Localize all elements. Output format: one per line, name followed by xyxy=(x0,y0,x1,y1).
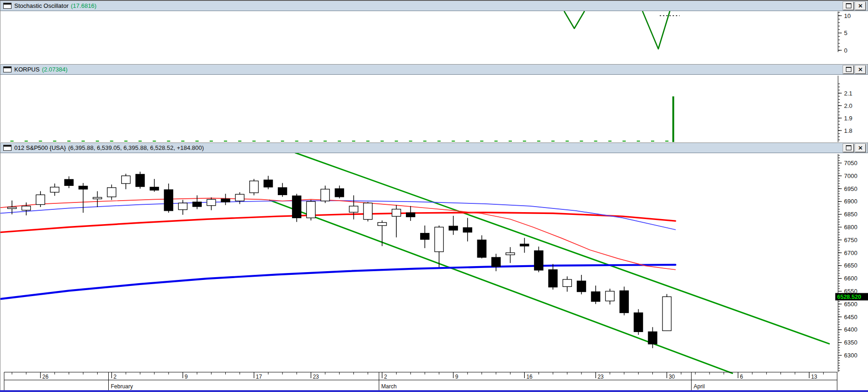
svg-text:1.8: 1.8 xyxy=(844,127,852,134)
close-icon: ✕ xyxy=(858,145,862,151)
stochastic-chart[interactable]: 1050 xyxy=(0,11,868,64)
svg-text:6850: 6850 xyxy=(844,211,857,218)
maximize-icon xyxy=(846,67,851,72)
svg-text:16: 16 xyxy=(526,374,533,380)
svg-text:6700: 6700 xyxy=(844,249,857,256)
svg-text:13: 13 xyxy=(811,374,817,380)
maximize-icon xyxy=(846,3,851,8)
close-button[interactable]: ✕ xyxy=(855,144,866,152)
close-icon: ✕ xyxy=(858,66,862,73)
svg-text:February: February xyxy=(111,383,133,390)
panel-stochastic: Stochastic Oscillator (17.6816) ✕ 1050 xyxy=(0,0,868,64)
maximize-button[interactable] xyxy=(843,65,854,74)
svg-text:6: 6 xyxy=(740,374,743,380)
svg-text:6650: 6650 xyxy=(844,262,857,269)
svg-text:6528.520: 6528.520 xyxy=(837,294,861,300)
svg-text:23: 23 xyxy=(598,374,604,380)
window-icon xyxy=(3,145,12,151)
maximize-button[interactable] xyxy=(843,2,854,10)
svg-text:April: April xyxy=(694,383,705,390)
svg-text:7000: 7000 xyxy=(844,172,857,179)
panel-title: KORPUS xyxy=(14,66,40,73)
svg-text:7050: 7050 xyxy=(844,160,857,166)
close-button[interactable]: ✕ xyxy=(855,65,866,74)
svg-text:9: 9 xyxy=(455,374,458,380)
close-button[interactable]: ✕ xyxy=(855,2,866,10)
svg-text:17: 17 xyxy=(256,374,262,380)
indicator-value: (17.6816) xyxy=(71,2,97,9)
indicator-value: (2.07384) xyxy=(42,66,68,73)
panel-title: 012 S&P500 {USA} xyxy=(14,144,66,151)
metastock-workspace: Stochastic Oscillator (17.6816) ✕ 1050 K… xyxy=(0,0,868,392)
svg-text:1.9: 1.9 xyxy=(844,115,852,122)
titlebar-sp500[interactable]: 012 S&P500 {USA} (6,395.88, 6,539.05, 6,… xyxy=(0,143,868,153)
svg-text:6350: 6350 xyxy=(844,339,857,346)
korpus-chart[interactable]: 2.12.01.91.8 xyxy=(0,75,868,142)
svg-text:6950: 6950 xyxy=(844,185,857,192)
svg-text:0: 0 xyxy=(844,47,847,54)
maximize-icon xyxy=(846,145,851,150)
svg-text:6750: 6750 xyxy=(844,237,857,244)
svg-text:30: 30 xyxy=(669,374,675,380)
bottom-window-edge xyxy=(0,390,868,392)
svg-text:23: 23 xyxy=(313,374,319,380)
svg-text:6400: 6400 xyxy=(844,326,857,333)
sp500-chart[interactable]: 6300635064006450650065506600665067006750… xyxy=(0,153,868,391)
svg-text:6300: 6300 xyxy=(844,352,857,359)
svg-text:9: 9 xyxy=(185,374,188,380)
panel-sp500: 012 S&P500 {USA} (6,395.88, 6,539.05, 6,… xyxy=(0,143,868,391)
svg-text:6450: 6450 xyxy=(844,314,857,321)
maximize-button[interactable] xyxy=(843,144,854,152)
panel-title: Stochastic Oscillator xyxy=(14,2,69,9)
panel-korpus: KORPUS (2.07384) ✕ 2.12.01.91.8 xyxy=(0,64,868,142)
svg-text:2.0: 2.0 xyxy=(844,102,852,109)
window-icon xyxy=(3,66,12,72)
svg-text:2: 2 xyxy=(113,374,117,380)
svg-text:2.1: 2.1 xyxy=(844,90,852,97)
svg-text:6600: 6600 xyxy=(844,275,857,282)
svg-text:5: 5 xyxy=(844,30,847,36)
ohlc-readout: (6,395.88, 6,539.05, 6,395.88, 6,528.52,… xyxy=(68,144,204,151)
svg-text:March: March xyxy=(381,383,397,390)
svg-text:6900: 6900 xyxy=(844,198,857,205)
titlebar-stochastic[interactable]: Stochastic Oscillator (17.6816) ✕ xyxy=(0,1,868,11)
window-icon xyxy=(3,3,12,9)
svg-text:10: 10 xyxy=(844,12,850,19)
svg-text:6800: 6800 xyxy=(844,224,857,231)
svg-text:2: 2 xyxy=(384,374,387,380)
svg-text:26: 26 xyxy=(42,374,49,380)
close-icon: ✕ xyxy=(858,3,862,9)
svg-text:6500: 6500 xyxy=(844,301,857,308)
titlebar-korpus[interactable]: KORPUS (2.07384) ✕ xyxy=(0,65,868,75)
